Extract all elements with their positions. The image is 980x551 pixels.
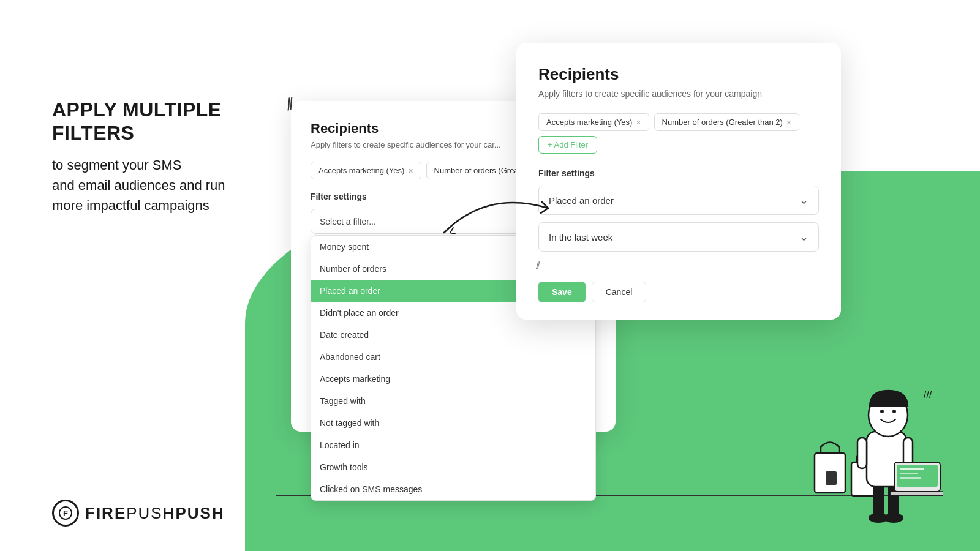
sub-text: to segment your SMSand email audiences a… [52,155,309,216]
front-remove-tag-1-btn[interactable]: × [786,118,791,127]
dropdown-item-abandoned-cart[interactable]: Abandoned cart [311,346,595,368]
front-dropdown-1[interactable]: Placed an order ⌄ [538,186,819,215]
logo-text: FIREPUSHPUSH [85,504,225,523]
front-dropdown-1-chevron-icon: ⌄ [799,193,809,207]
front-card-subtitle: Apply filters to create specific audienc… [538,89,819,99]
left-content-section: APPLY MULTIPLE FILTERS to segment your S… [52,98,309,216]
svg-rect-17 [890,492,943,495]
svg-rect-15 [900,473,918,474]
front-filter-tags: Accepts marketing (Yes) × Number of orde… [538,113,819,154]
svg-text:F: F [63,509,68,518]
svg-point-20 [892,410,896,413]
front-filter-tag-1[interactable]: Number of orders (Greater than 2) × [654,113,799,131]
decorative-slashes-card: // [536,259,819,272]
main-heading: APPLY MULTIPLE FILTERS [52,98,309,145]
svg-point-19 [880,410,884,413]
svg-rect-16 [900,477,921,479]
dropdown-item-tagged-with[interactable]: Tagged with [311,390,595,412]
front-dropdown-2[interactable]: In the last week ⌄ [538,222,819,252]
front-dropdown-2-chevron-icon: ⌄ [799,230,809,244]
svg-rect-5 [873,484,884,517]
front-filter-settings-label: Filter settings [538,168,819,178]
curved-arrow-decoration [438,184,560,247]
front-card-title: Recipients [538,65,819,84]
dropdown-item-located-in[interactable]: Located in [311,434,595,456]
remove-tag-0-btn[interactable]: × [408,167,413,175]
bg-dropdown-selected-value: Select a filter... [320,217,376,227]
dropdown-item-growth-tools[interactable]: Growth tools [311,456,595,478]
svg-rect-4 [826,471,837,485]
dropdown-item-accepts-marketing[interactable]: Accepts marketing [311,368,595,390]
svg-rect-14 [900,468,924,470]
front-card: Recipients Apply filters to create speci… [516,43,841,320]
dropdown-item-not-tagged-with[interactable]: Not tagged with [311,412,595,434]
bg-filter-tag-0[interactable]: Accepts marketing (Yes) × [311,162,421,179]
illustration-figure: /// [809,318,943,514]
front-filter-settings-section: Filter settings Placed an order ⌄ In the… [538,168,819,302]
svg-text:///: /// [924,389,932,400]
front-remove-tag-0-btn[interactable]: × [636,118,641,127]
svg-rect-13 [897,465,938,487]
dropdown-item-clicked-on-sms[interactable]: Clicked on SMS messages [311,478,595,500]
logo: F FIREPUSHPUSH [52,500,225,527]
action-buttons: Save Cancel [538,282,819,302]
save-button[interactable]: Save [538,282,586,302]
add-filter-button[interactable]: + Add Filter [538,136,597,154]
dropdown-item-date-created[interactable]: Date created [311,324,595,346]
svg-point-8 [884,513,903,523]
front-filter-tag-0[interactable]: Accepts marketing (Yes) × [538,113,649,131]
svg-rect-11 [858,438,867,468]
cancel-button[interactable]: Cancel [592,282,647,302]
logo-icon: F [52,500,79,527]
